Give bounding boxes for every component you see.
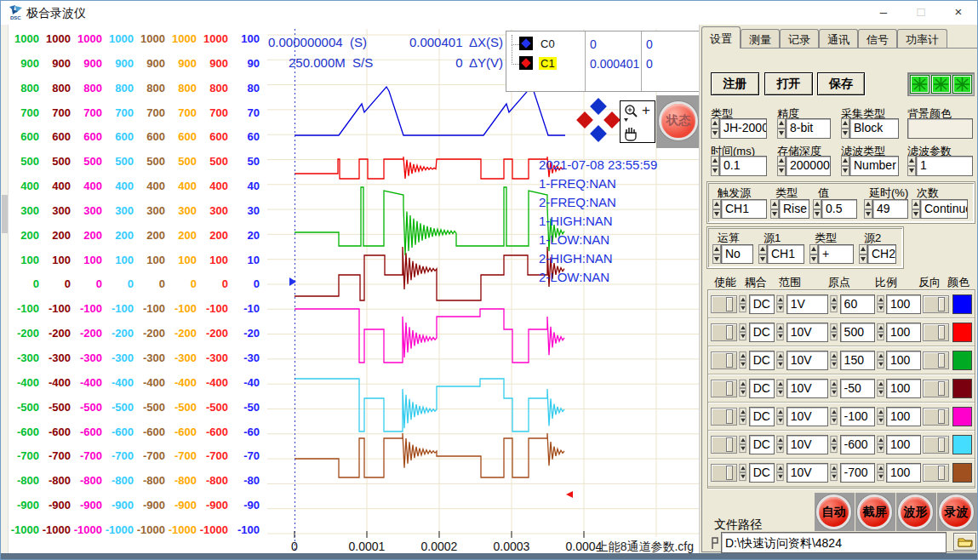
value-box[interactable]: Block bbox=[849, 118, 899, 139]
spinner-control[interactable] bbox=[740, 436, 747, 453]
spinner-control[interactable] bbox=[877, 436, 884, 453]
enable-toggle[interactable] bbox=[711, 323, 737, 341]
minimize-button[interactable]: – bbox=[865, 1, 902, 25]
range-box[interactable]: 10V bbox=[786, 463, 828, 483]
ratio-box[interactable]: 100 bbox=[886, 294, 921, 314]
spinner-control[interactable] bbox=[740, 408, 747, 425]
value-box[interactable]: JH-2000A bbox=[719, 118, 767, 139]
coupling-box[interactable]: DC bbox=[749, 351, 775, 370]
value-box[interactable]: 1 bbox=[916, 156, 973, 176]
channel-color-swatch[interactable] bbox=[952, 323, 972, 342]
value-box[interactable]: CH1 bbox=[767, 244, 804, 264]
spinner-control[interactable] bbox=[831, 380, 838, 397]
browse-folder-button[interactable] bbox=[953, 533, 976, 551]
cursor-row[interactable]: C000 bbox=[506, 37, 699, 55]
ratio-box[interactable]: 100 bbox=[886, 407, 921, 426]
spinner-control[interactable] bbox=[877, 380, 884, 397]
origin-box[interactable]: 60 bbox=[840, 294, 875, 314]
record-button[interactable]: 录波 bbox=[939, 494, 974, 529]
spinner-control[interactable] bbox=[777, 323, 785, 340]
value-box[interactable]: CH2 bbox=[867, 244, 896, 264]
invert-toggle[interactable] bbox=[923, 464, 949, 482]
cursor-c0-icon[interactable] bbox=[519, 37, 533, 50]
channel-color-swatch[interactable] bbox=[952, 294, 972, 314]
enable-toggle[interactable] bbox=[711, 380, 737, 397]
screenshot-button[interactable]: 截屏 bbox=[857, 494, 892, 529]
channel-color-swatch[interactable] bbox=[952, 407, 972, 426]
spinner-control[interactable] bbox=[877, 351, 884, 369]
coupling-box[interactable]: DC bbox=[749, 407, 775, 426]
maximize-button[interactable]: □ bbox=[902, 1, 940, 25]
spinner-control[interactable] bbox=[777, 156, 786, 176]
cursor-legend[interactable]: C000C10.0004010 bbox=[506, 31, 700, 92]
coupling-box[interactable]: DC bbox=[749, 463, 775, 483]
cursor-name[interactable]: C0 bbox=[539, 37, 557, 50]
channel-color-swatch[interactable] bbox=[952, 435, 972, 454]
zoom-tool-icon[interactable] bbox=[622, 103, 639, 123]
led-indicator[interactable] bbox=[952, 75, 972, 94]
range-box[interactable]: 10V bbox=[786, 435, 828, 454]
ratio-box[interactable]: 100 bbox=[886, 435, 921, 454]
open-button[interactable]: 打开 bbox=[764, 72, 813, 95]
spinner-control[interactable] bbox=[813, 199, 821, 219]
value-box[interactable]: 200000 bbox=[786, 156, 831, 176]
spinner-control[interactable] bbox=[877, 295, 884, 312]
spinner-control[interactable] bbox=[712, 199, 721, 219]
spinner-control[interactable] bbox=[831, 323, 838, 340]
register-button[interactable]: 注册 bbox=[711, 72, 759, 95]
spinner-control[interactable] bbox=[859, 244, 867, 264]
waveform-button[interactable]: 波形 bbox=[898, 494, 933, 529]
origin-box[interactable]: -600 bbox=[840, 435, 875, 454]
value-box[interactable]: 0.1 bbox=[719, 156, 767, 176]
spinner-control[interactable] bbox=[777, 408, 785, 425]
tab-设置[interactable]: 设置 bbox=[701, 26, 741, 49]
range-box[interactable]: 10V bbox=[786, 351, 828, 370]
invert-toggle[interactable] bbox=[923, 295, 949, 313]
enable-toggle[interactable] bbox=[711, 408, 737, 426]
spinner-control[interactable] bbox=[712, 244, 721, 264]
spinner-control[interactable] bbox=[740, 380, 747, 397]
enable-toggle[interactable] bbox=[711, 436, 737, 454]
value-box[interactable]: + bbox=[818, 244, 854, 264]
auto-button[interactable]: 自动 bbox=[816, 494, 851, 529]
value-box[interactable]: Number bbox=[849, 156, 899, 176]
cursor-c1-icon[interactable] bbox=[519, 56, 533, 70]
origin-box[interactable]: 500 bbox=[840, 323, 875, 342]
value-box[interactable]: No bbox=[721, 244, 753, 264]
channel-color-swatch[interactable] bbox=[952, 379, 972, 398]
coupling-box[interactable]: DC bbox=[749, 379, 775, 398]
spinner-control[interactable] bbox=[841, 156, 849, 176]
value-box[interactable]: CH1 bbox=[721, 199, 767, 219]
spinner-control[interactable] bbox=[877, 408, 884, 425]
close-button[interactable]: × bbox=[940, 1, 977, 25]
spinner-control[interactable] bbox=[841, 118, 849, 139]
invert-toggle[interactable] bbox=[923, 351, 949, 369]
tab-记录[interactable]: 记录 bbox=[780, 29, 819, 49]
value-box[interactable]: 8-bit bbox=[786, 118, 831, 139]
spinner-control[interactable] bbox=[777, 118, 786, 139]
value-box[interactable]: 49 bbox=[872, 199, 908, 219]
invert-toggle[interactable] bbox=[923, 380, 949, 397]
origin-box[interactable]: -700 bbox=[840, 463, 875, 483]
spinner-control[interactable] bbox=[831, 295, 838, 312]
tab-功率计[interactable]: 功率计 bbox=[897, 29, 947, 49]
save-button[interactable]: 保存 bbox=[817, 72, 865, 95]
value-box[interactable]: Continue bbox=[920, 199, 968, 219]
invert-toggle[interactable] bbox=[923, 408, 949, 426]
invert-toggle[interactable] bbox=[923, 436, 949, 454]
spinner-control[interactable] bbox=[809, 244, 818, 264]
value-box[interactable]: 0.5 bbox=[821, 199, 857, 219]
range-box[interactable]: 1V bbox=[786, 294, 828, 314]
range-box[interactable]: 10V bbox=[786, 323, 828, 342]
enable-toggle[interactable] bbox=[711, 351, 737, 369]
spinner-control[interactable] bbox=[711, 118, 719, 139]
spinner-control[interactable] bbox=[777, 380, 785, 397]
ratio-box[interactable]: 100 bbox=[886, 351, 921, 370]
origin-box[interactable]: 150 bbox=[840, 351, 875, 370]
spinner-control[interactable] bbox=[877, 464, 884, 481]
origin-box[interactable]: -50 bbox=[840, 379, 875, 398]
enable-toggle[interactable] bbox=[711, 295, 737, 313]
enable-toggle[interactable] bbox=[711, 464, 737, 482]
spinner-control[interactable] bbox=[770, 199, 779, 219]
spinner-control[interactable] bbox=[831, 464, 838, 481]
